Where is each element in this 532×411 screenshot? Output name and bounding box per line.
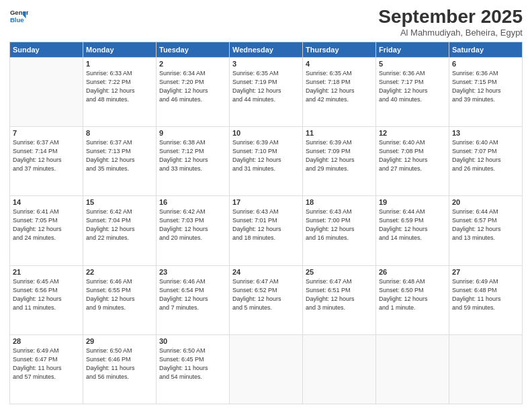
day-detail: Sunrise: 6:41 AM Sunset: 7:05 PM Dayligh… xyxy=(13,208,80,242)
calendar-cell: 9Sunrise: 6:38 AM Sunset: 7:12 PM Daylig… xyxy=(157,127,230,196)
calendar-cell: 13Sunrise: 6:40 AM Sunset: 7:07 PM Dayli… xyxy=(449,127,523,196)
col-sunday: Sunday xyxy=(10,42,83,57)
calendar-cell: 17Sunrise: 6:43 AM Sunset: 7:01 PM Dayli… xyxy=(230,196,303,265)
col-tuesday: Tuesday xyxy=(157,42,230,57)
day-detail: Sunrise: 6:35 AM Sunset: 7:19 PM Dayligh… xyxy=(232,69,300,104)
day-number: 4 xyxy=(306,60,373,68)
svg-text:Blue: Blue xyxy=(10,16,24,24)
calendar-cell xyxy=(449,334,523,404)
calendar-cell: 19Sunrise: 6:44 AM Sunset: 6:59 PM Dayli… xyxy=(376,196,449,265)
calendar-week-row-0: 1Sunrise: 6:33 AM Sunset: 7:22 PM Daylig… xyxy=(10,57,523,126)
day-detail: Sunrise: 6:40 AM Sunset: 7:07 PM Dayligh… xyxy=(452,138,519,173)
calendar-cell xyxy=(10,57,83,126)
day-detail: Sunrise: 6:48 AM Sunset: 6:50 PM Dayligh… xyxy=(379,277,446,312)
day-detail: Sunrise: 6:50 AM Sunset: 6:45 PM Dayligh… xyxy=(159,347,226,381)
day-number: 28 xyxy=(13,337,80,345)
calendar-cell: 6Sunrise: 6:36 AM Sunset: 7:15 PM Daylig… xyxy=(449,57,523,126)
col-monday: Monday xyxy=(83,42,157,57)
calendar-week-row-4: 28Sunrise: 6:49 AM Sunset: 6:47 PM Dayli… xyxy=(10,334,523,404)
calendar-cell: 8Sunrise: 6:37 AM Sunset: 7:13 PM Daylig… xyxy=(83,127,157,196)
calendar-cell: 24Sunrise: 6:47 AM Sunset: 6:52 PM Dayli… xyxy=(230,265,303,334)
day-detail: Sunrise: 6:46 AM Sunset: 6:54 PM Dayligh… xyxy=(159,277,226,312)
calendar-cell: 15Sunrise: 6:42 AM Sunset: 7:04 PM Dayli… xyxy=(83,196,157,265)
calendar-table: Sunday Monday Tuesday Wednesday Thursday… xyxy=(9,42,523,404)
day-detail: Sunrise: 6:49 AM Sunset: 6:47 PM Dayligh… xyxy=(13,347,80,381)
day-detail: Sunrise: 6:36 AM Sunset: 7:15 PM Dayligh… xyxy=(452,69,519,104)
day-detail: Sunrise: 6:49 AM Sunset: 6:48 PM Dayligh… xyxy=(452,277,519,312)
day-detail: Sunrise: 6:50 AM Sunset: 6:46 PM Dayligh… xyxy=(86,347,153,381)
day-detail: Sunrise: 6:47 AM Sunset: 6:51 PM Dayligh… xyxy=(306,277,373,312)
calendar-cell: 16Sunrise: 6:42 AM Sunset: 7:03 PM Dayli… xyxy=(157,196,230,265)
day-detail: Sunrise: 6:36 AM Sunset: 7:17 PM Dayligh… xyxy=(379,69,446,104)
day-detail: Sunrise: 6:44 AM Sunset: 6:57 PM Dayligh… xyxy=(452,208,519,242)
day-number: 21 xyxy=(13,268,80,276)
day-number: 24 xyxy=(232,268,300,276)
logo-icon: General Blue xyxy=(9,7,28,26)
col-wednesday: Wednesday xyxy=(230,42,303,57)
page: General Blue September 2025 Al Mahmudiya… xyxy=(0,0,532,411)
calendar-cell: 3Sunrise: 6:35 AM Sunset: 7:19 PM Daylig… xyxy=(230,57,303,126)
day-number: 9 xyxy=(159,129,226,137)
day-number: 2 xyxy=(159,60,226,68)
calendar-cell: 4Sunrise: 6:35 AM Sunset: 7:18 PM Daylig… xyxy=(303,57,376,126)
day-detail: Sunrise: 6:33 AM Sunset: 7:22 PM Dayligh… xyxy=(86,69,153,104)
day-detail: Sunrise: 6:42 AM Sunset: 7:04 PM Dayligh… xyxy=(86,208,153,242)
day-number: 25 xyxy=(306,268,373,276)
day-number: 29 xyxy=(86,337,153,345)
day-number: 11 xyxy=(306,129,373,137)
day-number: 22 xyxy=(86,268,153,276)
calendar-cell: 22Sunrise: 6:46 AM Sunset: 6:55 PM Dayli… xyxy=(83,265,157,334)
calendar-cell: 1Sunrise: 6:33 AM Sunset: 7:22 PM Daylig… xyxy=(83,57,157,126)
calendar-cell: 27Sunrise: 6:49 AM Sunset: 6:48 PM Dayli… xyxy=(449,265,523,334)
calendar-cell: 11Sunrise: 6:39 AM Sunset: 7:09 PM Dayli… xyxy=(303,127,376,196)
day-detail: Sunrise: 6:34 AM Sunset: 7:20 PM Dayligh… xyxy=(159,69,226,104)
col-friday: Friday xyxy=(376,42,449,57)
day-number: 17 xyxy=(232,198,300,206)
day-detail: Sunrise: 6:43 AM Sunset: 7:00 PM Dayligh… xyxy=(306,208,373,242)
calendar-week-row-2: 14Sunrise: 6:41 AM Sunset: 7:05 PM Dayli… xyxy=(10,196,523,265)
col-thursday: Thursday xyxy=(303,42,376,57)
calendar-cell: 18Sunrise: 6:43 AM Sunset: 7:00 PM Dayli… xyxy=(303,196,376,265)
calendar-cell: 5Sunrise: 6:36 AM Sunset: 7:17 PM Daylig… xyxy=(376,57,449,126)
subtitle: Al Mahmudiyah, Beheira, Egypt xyxy=(378,28,523,38)
day-detail: Sunrise: 6:38 AM Sunset: 7:12 PM Dayligh… xyxy=(159,138,226,173)
day-number: 20 xyxy=(452,198,519,206)
day-number: 16 xyxy=(159,198,226,206)
day-detail: Sunrise: 6:37 AM Sunset: 7:13 PM Dayligh… xyxy=(86,138,153,173)
calendar-cell: 10Sunrise: 6:39 AM Sunset: 7:10 PM Dayli… xyxy=(230,127,303,196)
day-detail: Sunrise: 6:44 AM Sunset: 6:59 PM Dayligh… xyxy=(379,208,446,242)
calendar-cell: 14Sunrise: 6:41 AM Sunset: 7:05 PM Dayli… xyxy=(10,196,83,265)
day-detail: Sunrise: 6:43 AM Sunset: 7:01 PM Dayligh… xyxy=(232,208,300,242)
calendar-cell: 30Sunrise: 6:50 AM Sunset: 6:45 PM Dayli… xyxy=(157,334,230,404)
day-number: 23 xyxy=(159,268,226,276)
day-number: 27 xyxy=(452,268,519,276)
calendar-header-row: Sunday Monday Tuesday Wednesday Thursday… xyxy=(10,42,523,57)
day-number: 7 xyxy=(13,129,80,137)
day-number: 26 xyxy=(379,268,446,276)
calendar-cell: 7Sunrise: 6:37 AM Sunset: 7:14 PM Daylig… xyxy=(10,127,83,196)
calendar-cell xyxy=(303,334,376,404)
day-detail: Sunrise: 6:40 AM Sunset: 7:08 PM Dayligh… xyxy=(379,138,446,173)
calendar-cell: 28Sunrise: 6:49 AM Sunset: 6:47 PM Dayli… xyxy=(10,334,83,404)
calendar-cell xyxy=(230,334,303,404)
calendar-cell xyxy=(376,334,449,404)
day-detail: Sunrise: 6:35 AM Sunset: 7:18 PM Dayligh… xyxy=(306,69,373,104)
day-number: 15 xyxy=(86,198,153,206)
day-detail: Sunrise: 6:39 AM Sunset: 7:09 PM Dayligh… xyxy=(306,138,373,173)
month-title: September 2025 xyxy=(378,7,523,28)
calendar-cell: 12Sunrise: 6:40 AM Sunset: 7:08 PM Dayli… xyxy=(376,127,449,196)
day-number: 13 xyxy=(452,129,519,137)
day-number: 5 xyxy=(379,60,446,68)
day-number: 14 xyxy=(13,198,80,206)
calendar-cell: 29Sunrise: 6:50 AM Sunset: 6:46 PM Dayli… xyxy=(83,334,157,404)
day-number: 10 xyxy=(232,129,300,137)
calendar-cell: 2Sunrise: 6:34 AM Sunset: 7:20 PM Daylig… xyxy=(157,57,230,126)
calendar-cell: 26Sunrise: 6:48 AM Sunset: 6:50 PM Dayli… xyxy=(376,265,449,334)
day-number: 19 xyxy=(379,198,446,206)
day-detail: Sunrise: 6:37 AM Sunset: 7:14 PM Dayligh… xyxy=(13,138,80,173)
day-detail: Sunrise: 6:39 AM Sunset: 7:10 PM Dayligh… xyxy=(232,138,300,173)
day-detail: Sunrise: 6:42 AM Sunset: 7:03 PM Dayligh… xyxy=(159,208,226,242)
calendar-week-row-1: 7Sunrise: 6:37 AM Sunset: 7:14 PM Daylig… xyxy=(10,127,523,196)
day-number: 18 xyxy=(306,198,373,206)
calendar-cell: 21Sunrise: 6:45 AM Sunset: 6:56 PM Dayli… xyxy=(10,265,83,334)
